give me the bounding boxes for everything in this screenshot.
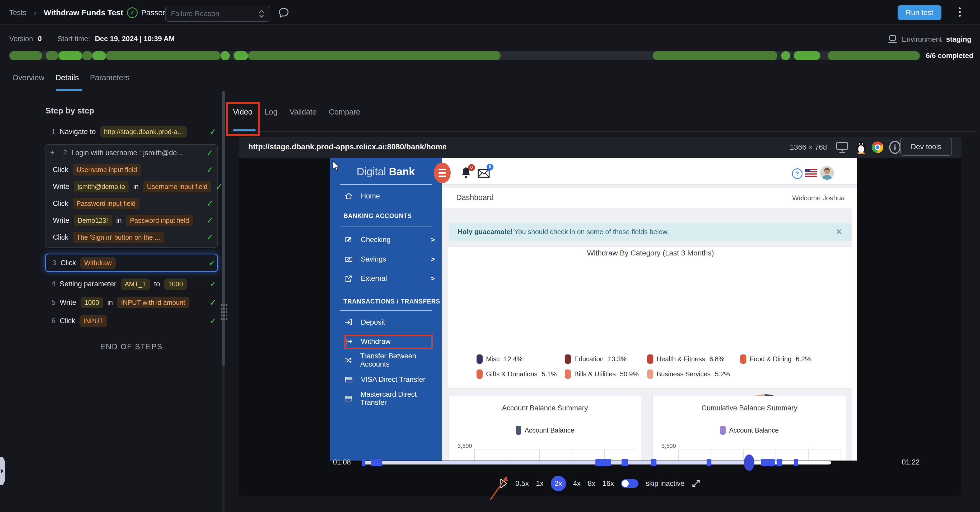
mail-icon xyxy=(477,169,490,178)
step-row[interactable]: ClickUsername input field✓ xyxy=(45,161,217,178)
tab-overview[interactable]: Overview xyxy=(13,73,45,82)
breadcrumb-tests[interactable]: Tests xyxy=(9,8,26,17)
step-row[interactable]: 6ClickINPUT✓ xyxy=(45,312,218,330)
timeline-marker[interactable] xyxy=(794,459,798,466)
step-row[interactable]: ClickThe 'Sign in' button on the ...✓ xyxy=(45,229,217,246)
annotation-arrow xyxy=(485,474,512,502)
external-link-icon xyxy=(344,275,354,282)
legend-swatch xyxy=(647,354,653,364)
chevron-right-icon: > xyxy=(431,274,435,283)
withdraw-category-card: Withdraw By Category (Last 3 Months) Mis… xyxy=(448,247,853,388)
timeline-marker[interactable] xyxy=(706,459,711,466)
timeline-marker[interactable] xyxy=(622,459,628,466)
step-row[interactable]: Writejsmith@demo.ioinUsername input fiel… xyxy=(45,178,217,195)
start-time-value: Dec 19, 2024 | 10:39 AM xyxy=(95,35,175,43)
speed-16x[interactable]: 16x xyxy=(603,480,614,488)
step-row[interactable]: 5Write1000inINPUT with id amount✓ xyxy=(45,293,218,312)
step-action-text: Click xyxy=(53,233,68,241)
step-row[interactable]: ClickPassword input field✓ xyxy=(45,195,217,212)
progress-segment xyxy=(82,51,92,60)
legend-swatch xyxy=(565,369,571,379)
step-value-badge: 1000 xyxy=(164,279,187,290)
speed-0.5x[interactable]: 0.5x xyxy=(515,480,529,488)
sidebar-item-savings: Savings> xyxy=(330,249,442,269)
step-row[interactable]: 4Setting parameterAMT_1to1000✓ xyxy=(45,275,218,293)
speed-2x[interactable]: 2x xyxy=(551,476,566,491)
step-action-text: Write xyxy=(53,216,70,225)
step-action-text: Click xyxy=(53,200,68,208)
timeline-marker[interactable] xyxy=(371,459,382,466)
edit-icon xyxy=(344,236,354,243)
expand-panel-handle[interactable] xyxy=(0,457,5,485)
tab-compare[interactable]: Compare xyxy=(329,108,360,116)
step-row-group-header[interactable]: ✦2Login with username : jsmith@de...✓ xyxy=(45,144,217,161)
help-icon: ? xyxy=(792,168,802,179)
legend-value: 5.1% xyxy=(542,370,557,378)
step-number: 3 xyxy=(48,259,56,267)
steps-scrollbar-thumb[interactable] xyxy=(222,91,225,366)
sidebar-item-label: Deposit xyxy=(361,318,385,327)
run-test-button[interactable]: Run test xyxy=(897,5,942,20)
tab-log[interactable]: Log xyxy=(265,108,277,116)
check-icon: ✓ xyxy=(210,316,216,326)
timeline-marker[interactable] xyxy=(761,459,775,466)
tab-parameters[interactable]: Parameters xyxy=(90,73,130,82)
tab-details[interactable]: Details xyxy=(56,73,79,82)
speed-1x[interactable]: 1x xyxy=(536,480,544,488)
check-icon: ✓ xyxy=(209,258,216,268)
skip-inactive-toggle[interactable] xyxy=(621,479,638,488)
step-row-selected[interactable]: 3ClickWithdraw✓ xyxy=(45,254,218,272)
timeline-marker[interactable] xyxy=(776,459,782,466)
legend-value: 6.8% xyxy=(709,355,724,363)
speed-4x[interactable]: 4x xyxy=(573,480,581,488)
step-row[interactable]: WriteDemo123!inPassword input field✓ xyxy=(45,212,217,229)
legend-value: 13.3% xyxy=(608,355,627,363)
timeline-marker[interactable] xyxy=(651,459,656,466)
cash-icon xyxy=(344,255,354,263)
chart-legend-row: Misc12.4%Education13.3%Health & Fitness6… xyxy=(477,354,830,364)
completed-count: 6/6 completed xyxy=(926,52,974,60)
environment-icon xyxy=(888,35,897,44)
timeline-marker[interactable] xyxy=(362,459,365,466)
legend-value: 6.2% xyxy=(795,355,811,363)
check-icon: ✓ xyxy=(210,298,216,308)
panel-resize-handle[interactable] xyxy=(220,303,228,320)
more-options-kebab-icon[interactable] xyxy=(959,7,961,17)
step-action-text: Click xyxy=(60,259,76,267)
tab-validate[interactable]: Validate xyxy=(290,108,317,116)
player-controls: 0.5x1x2x4x8x16x skip inactive xyxy=(499,476,700,491)
legend-item: Health & Fitness6.8% xyxy=(647,354,740,364)
chevron-right-icon: > xyxy=(431,236,435,244)
current-time: 01:08 xyxy=(322,458,351,466)
step-action-text: Write xyxy=(53,182,70,191)
info-icon[interactable] xyxy=(888,140,902,154)
credit-card-icon xyxy=(344,376,354,383)
status-badge: Passed xyxy=(141,8,167,17)
legend-label: Health & Fitness xyxy=(657,355,705,363)
monitor-icon xyxy=(835,141,849,154)
environment-label: Environment xyxy=(902,35,942,44)
sidebar-divider xyxy=(340,184,432,185)
timeline-playhead[interactable] xyxy=(744,455,754,471)
fullscreen-icon[interactable] xyxy=(692,479,700,488)
step-value-badge: http://stage.dbank.prod-a... xyxy=(100,126,187,138)
progress-segment xyxy=(781,51,790,60)
step-action-text: in xyxy=(107,298,113,307)
dev-tools-button[interactable]: Dev tools xyxy=(900,138,952,156)
comment-bubble-icon[interactable] xyxy=(278,7,290,19)
legend-label: Account Balance xyxy=(729,426,779,434)
legend-swatch xyxy=(647,369,653,379)
alert-close-icon: ✕ xyxy=(836,227,842,236)
failure-reason-select[interactable]: Failure Reason xyxy=(165,6,270,22)
legend-label: Misc xyxy=(486,355,500,363)
check-icon: ✓ xyxy=(206,233,213,242)
speed-8x[interactable]: 8x xyxy=(588,480,595,488)
breadcrumb-separator: › xyxy=(34,8,36,17)
deposit-icon xyxy=(344,319,354,326)
step-row[interactable]: 1Navigate tohttp://stage.dbank.prod-a...… xyxy=(45,124,218,140)
legend-swatch xyxy=(720,426,725,435)
bank-app-frame: Digital Bank Home BANKING ACCOUNTSChecki… xyxy=(330,158,857,461)
check-icon: ✓ xyxy=(210,127,216,137)
account-balance-card: Account Balance Summary Account Balance … xyxy=(449,396,641,461)
timeline-marker[interactable] xyxy=(595,459,611,466)
